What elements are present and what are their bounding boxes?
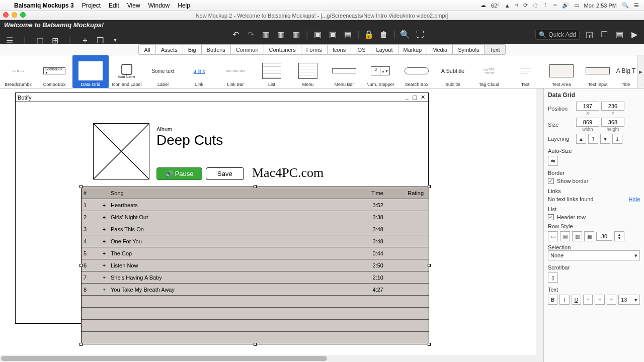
- lock-icon[interactable]: 🔒: [363, 29, 374, 40]
- resize-handle[interactable]: [79, 185, 83, 188]
- filter-layout[interactable]: Layout: [371, 44, 398, 55]
- position-x-input[interactable]: [576, 102, 599, 111]
- lib-subtitle[interactable]: A Subtitle Subtitle: [435, 55, 471, 88]
- send-backward-icon[interactable]: ▼: [600, 134, 610, 144]
- rowstyle-alt-icon[interactable]: ▤: [560, 231, 570, 241]
- underline-button[interactable]: U: [572, 295, 581, 305]
- lib-title[interactable]: A Big T Title: [616, 55, 636, 88]
- align-center-icon[interactable]: ▥: [276, 29, 287, 40]
- position-y-input[interactable]: [601, 102, 624, 111]
- filter-common[interactable]: Common: [231, 44, 264, 55]
- lib-search-box[interactable]: Search Box: [398, 55, 435, 88]
- filter-text[interactable]: Text: [485, 44, 505, 55]
- lib-text-area[interactable]: Text Area: [543, 55, 580, 88]
- lib-num-stepper[interactable]: 3▲▼ Num. Stepper: [362, 55, 398, 88]
- lib-text-input[interactable]: Text Input: [580, 55, 616, 88]
- dropdown-icon[interactable]: ▼: [110, 35, 121, 46]
- resize-handle[interactable]: [428, 343, 431, 346]
- play-icon[interactable]: ▶: [629, 29, 640, 40]
- filter-forms[interactable]: Forms: [301, 44, 328, 55]
- links-hide-link[interactable]: Hide: [628, 196, 640, 202]
- save-button[interactable]: Save: [206, 167, 244, 180]
- menu-project[interactable]: Project: [78, 2, 105, 9]
- add-icon[interactable]: ＋: [79, 35, 91, 46]
- macos-zoom-button[interactable]: [20, 12, 26, 18]
- mockup-data-grid[interactable]: # Song Time Rating 1+Heartbeats3:52 2+Gi…: [81, 187, 429, 344]
- lib-menu[interactable]: Menu: [290, 55, 326, 88]
- resize-handle[interactable]: [79, 343, 83, 346]
- group-icon[interactable]: ▣: [312, 29, 323, 40]
- trash-icon[interactable]: 🗑: [378, 29, 389, 40]
- lib-list[interactable]: List: [254, 55, 290, 88]
- header-row-checkbox[interactable]: ✓Header row: [548, 214, 640, 220]
- filter-big[interactable]: Big: [183, 44, 202, 55]
- app-name[interactable]: Balsamiq Mockups 3: [10, 2, 78, 9]
- lib-menu-bar[interactable]: Menu Bar: [326, 55, 362, 88]
- filter-symbols[interactable]: Symbols: [453, 44, 485, 55]
- resize-handle[interactable]: [79, 264, 83, 267]
- spotlight-icon[interactable]: 🔍: [622, 2, 629, 9]
- pause-button[interactable]: 🔊 Pause: [156, 167, 202, 180]
- filter-assets[interactable]: Assets: [156, 44, 183, 55]
- lib-datagrid[interactable]: Data Grid: [72, 55, 109, 88]
- notification-icon[interactable]: ☰: [634, 2, 639, 9]
- menu-edit[interactable]: Edit: [105, 2, 123, 9]
- canvas-scrollbar-vertical[interactable]: [536, 88, 543, 355]
- ungroup-icon[interactable]: ▣: [327, 29, 338, 40]
- macos-minimize-button[interactable]: [12, 12, 17, 18]
- menu-view[interactable]: View: [123, 2, 144, 9]
- align-right-icon[interactable]: ▥: [291, 29, 302, 40]
- selection-dropdown[interactable]: None▾: [548, 250, 640, 260]
- album-art-placeholder[interactable]: [93, 123, 149, 179]
- filter-containers[interactable]: Containers: [264, 44, 301, 55]
- hamburger-icon[interactable]: ☰: [4, 35, 15, 46]
- align-left-icon[interactable]: ▥: [261, 29, 272, 40]
- toggle-info-icon[interactable]: ▤: [614, 29, 625, 40]
- toggle-library-icon[interactable]: ◲: [584, 29, 595, 40]
- menu-window[interactable]: Window: [144, 2, 174, 9]
- width-input[interactable]: [576, 118, 599, 127]
- layers-icon[interactable]: ▤: [342, 29, 353, 40]
- scrollbar-toggle[interactable]: ▯: [548, 273, 558, 283]
- resize-handle[interactable]: [254, 343, 257, 346]
- lib-breadcrumbs[interactable]: A › B › C Breadcrumbs: [0, 55, 36, 88]
- rowstyle-vlines-icon[interactable]: ▥: [572, 231, 582, 241]
- lib-icon-and-label[interactable]: Icon Name Icon and Label: [109, 55, 145, 88]
- italic-button[interactable]: I: [559, 295, 569, 305]
- toggle-sidebar-icon[interactable]: ☐: [599, 29, 610, 40]
- resize-handle[interactable]: [428, 185, 431, 188]
- grid-icon[interactable]: ⊞: [49, 35, 60, 46]
- bring-front-icon[interactable]: ⤒: [588, 134, 598, 144]
- height-input[interactable]: [601, 118, 624, 127]
- filter-icons[interactable]: Icons: [328, 44, 351, 55]
- filter-media[interactable]: Media: [427, 44, 453, 55]
- rowstyle-hlines-icon[interactable]: ▦: [584, 231, 594, 241]
- resize-handle[interactable]: [254, 185, 257, 188]
- bring-forward-icon[interactable]: ▲: [576, 134, 586, 144]
- macos-close-button[interactable]: [3, 12, 9, 18]
- filter-buttons[interactable]: Buttons: [202, 44, 231, 55]
- lib-combobox[interactable]: ComboBox ▼ ComboBox: [36, 55, 72, 88]
- duplicate-icon[interactable]: ❐: [95, 35, 106, 46]
- lib-tag-cloud[interactable]: tag TAGtag tag Tag Cloud: [471, 55, 507, 88]
- panel-toggle-icon[interactable]: ◫: [34, 35, 45, 46]
- canvas-scrollbar-horizontal[interactable]: [0, 355, 543, 362]
- menu-help[interactable]: Help: [174, 2, 194, 9]
- lib-link-bar[interactable]: link | link | link Link Bar: [217, 55, 254, 88]
- rowstyle-none-icon[interactable]: ▭: [548, 231, 558, 241]
- fullscreen-icon[interactable]: ⛶: [415, 29, 426, 40]
- row-height-input[interactable]: [596, 232, 612, 241]
- redo-icon[interactable]: ↷: [246, 29, 257, 40]
- lib-link[interactable]: a link Link: [181, 55, 217, 88]
- zoom-icon[interactable]: 🔍: [399, 29, 411, 40]
- bold-button[interactable]: B: [548, 295, 557, 305]
- quick-add-field[interactable]: 🔍 Quick Add: [535, 30, 580, 40]
- scrollbar-thumb[interactable]: [1, 356, 327, 361]
- align-right-button[interactable]: ≡: [607, 295, 616, 305]
- library-scroll-right[interactable]: ▶: [637, 55, 644, 88]
- filter-ios[interactable]: iOS: [351, 44, 371, 55]
- lib-label[interactable]: Some text Label: [145, 55, 181, 88]
- resize-handle[interactable]: [428, 264, 431, 267]
- font-size-dropdown[interactable]: 13▾: [618, 295, 640, 305]
- canvas[interactable]: Botify _ ▢ ✕ Album Deep Cuts 🔊 Pause Sav…: [0, 88, 543, 362]
